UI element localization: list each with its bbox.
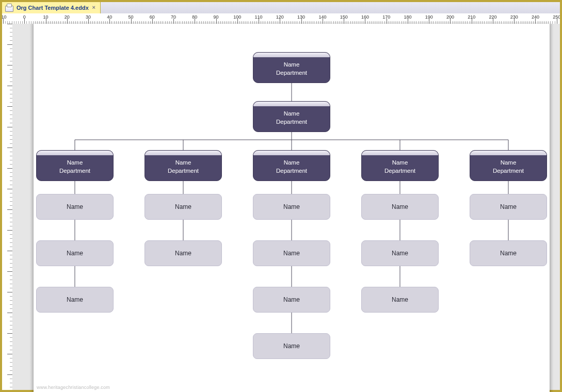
org-node-member-0-2[interactable]: Name (36, 287, 114, 313)
org-node-member-4-0[interactable]: Name (470, 194, 547, 220)
org-node-member-0-0[interactable]: Name (36, 194, 114, 220)
org-node-member-3-1[interactable]: Name (361, 240, 439, 266)
org-node-dept-3[interactable]: NameDepartment (361, 150, 439, 181)
org-node-root[interactable]: NameDepartment (253, 52, 330, 83)
node-name: Name (392, 203, 408, 210)
node-department: Department (276, 167, 307, 175)
document-tab-title: Org Chart Template 4.eddx (17, 5, 89, 11)
org-node-member-2-2[interactable]: Name (253, 287, 330, 313)
org-node-member-2-1[interactable]: Name (253, 240, 330, 266)
org-node-member-4-1[interactable]: Name (470, 240, 547, 266)
node-name: Name (175, 250, 191, 257)
node-name: Name (67, 296, 83, 303)
node-name: Name (392, 250, 408, 257)
org-node-dept-0[interactable]: NameDepartment (36, 150, 114, 181)
org-node-member-2-0[interactable]: Name (253, 194, 330, 220)
org-node-member-0-1[interactable]: Name (36, 240, 114, 266)
node-name: Name (493, 159, 524, 167)
node-department: Department (384, 167, 415, 175)
node-name: Name (175, 203, 191, 210)
node-department: Department (168, 167, 199, 175)
node-name: Name (384, 159, 415, 167)
node-name: Name (283, 250, 300, 257)
node-department: Department (493, 167, 524, 175)
canvas-page[interactable]: www.heritagechristiancollege.com NameDep… (34, 24, 550, 392)
node-name: Name (500, 250, 517, 257)
ruler-vertical[interactable] (2, 24, 13, 390)
org-node-dept-1[interactable]: NameDepartment (144, 150, 222, 181)
org-node-member-1-0[interactable]: Name (144, 194, 222, 220)
node-name: Name (276, 159, 307, 167)
node-name: Name (67, 203, 83, 210)
org-node-member-1-1[interactable]: Name (144, 240, 222, 266)
org-node-member-3-0[interactable]: Name (361, 194, 439, 220)
watermark: www.heritagechristiancollege.com (37, 385, 110, 390)
ruler-horizontal[interactable]: -100102030405060708090100110120130140150… (2, 13, 560, 24)
org-node-member-3-2[interactable]: Name (361, 287, 439, 313)
org-node-member-2-3[interactable]: Name (253, 333, 330, 359)
org-node-level2[interactable]: NameDepartment (253, 101, 330, 132)
workspace[interactable]: www.heritagechristiancollege.com NameDep… (12, 24, 560, 390)
document-icon (5, 4, 12, 11)
node-department: Department (276, 69, 307, 77)
node-name: Name (67, 250, 83, 257)
node-name: Name (276, 61, 307, 69)
node-name: Name (283, 203, 300, 210)
node-name: Name (500, 203, 517, 210)
node-department: Department (276, 118, 307, 126)
org-node-dept-4[interactable]: NameDepartment (470, 150, 547, 181)
node-name: Name (276, 110, 307, 118)
org-node-dept-2[interactable]: NameDepartment (253, 150, 330, 181)
node-department: Department (59, 167, 90, 175)
tab-bar: Org Chart Template 4.eddx × (2, 2, 560, 14)
close-icon[interactable]: × (91, 4, 97, 10)
node-name: Name (59, 159, 90, 167)
node-name: Name (283, 296, 300, 303)
node-name: Name (392, 296, 408, 303)
node-name: Name (168, 159, 199, 167)
document-tab[interactable]: Org Chart Template 4.eddx × (2, 2, 101, 13)
node-name: Name (283, 342, 300, 350)
